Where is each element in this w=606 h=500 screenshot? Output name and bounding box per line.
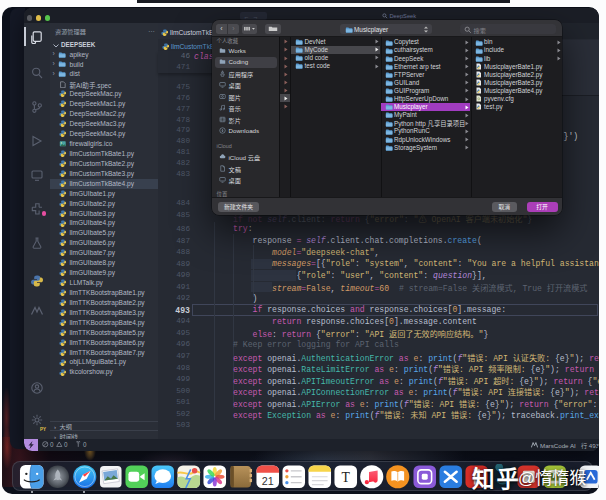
svg-text:21: 21 [261,475,273,487]
svg-text:T: T [342,470,351,485]
